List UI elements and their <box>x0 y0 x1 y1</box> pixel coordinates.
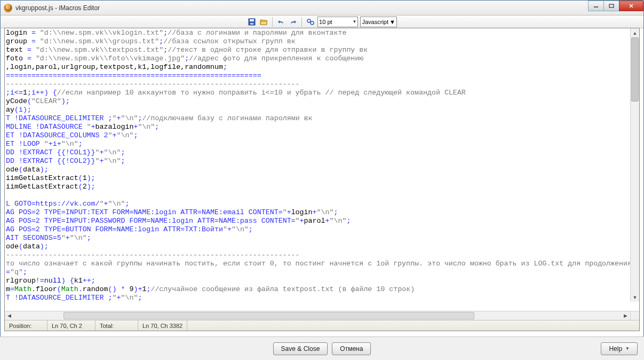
footer: Save & Close Отмена Help ▼ <box>0 336 644 360</box>
position-value: Ln 70, Ch 2 <box>47 320 96 331</box>
separator <box>272 17 273 27</box>
window-controls <box>589 1 643 11</box>
svg-point-8 <box>311 21 314 25</box>
separator <box>301 17 302 27</box>
status-bar: Position: Ln 70, Ch 2 Total: Ln 70, Ch 3… <box>5 320 639 331</box>
total-value: Ln 70, Ch 3382 <box>138 320 187 331</box>
code-scroll-area[interactable]: login = "d:\\new.spm.vk\\vklogin.txt";//… <box>5 28 639 311</box>
app-icon <box>4 4 12 12</box>
window-title: vkgruppost.js - iMacros Editor <box>15 4 100 12</box>
scroll-right-icon[interactable]: ▶ <box>621 311 630 320</box>
redo-icon[interactable] <box>288 17 298 27</box>
total-label: Total: <box>96 320 138 331</box>
undo-icon[interactable] <box>276 17 286 27</box>
scroll-left-icon[interactable]: ◀ <box>5 311 14 320</box>
vertical-scrollbar[interactable]: ▲ ▼ <box>630 28 639 302</box>
help-label: Help <box>609 345 622 353</box>
scroll-up-icon[interactable]: ▲ <box>631 28 639 37</box>
svg-rect-1 <box>609 4 614 7</box>
chevron-down-icon: ▼ <box>625 346 630 351</box>
status-spacer <box>187 320 639 331</box>
horizontal-scrollbar[interactable]: ◀ ▶ <box>5 311 639 320</box>
svg-rect-5 <box>250 19 254 21</box>
open-icon[interactable] <box>259 17 268 27</box>
code-text[interactable]: login = "d:\\new.spm.vk\\vklogin.txt";//… <box>5 28 639 303</box>
help-button[interactable]: Help ▼ <box>601 342 638 355</box>
save-close-button[interactable]: Save & Close <box>273 342 328 355</box>
chevron-down-icon: ▼ <box>389 19 395 25</box>
close-button[interactable] <box>619 1 643 11</box>
scroll-thumb[interactable] <box>63 312 474 319</box>
font-size-select[interactable]: 10 pt ▼ <box>317 17 358 27</box>
scroll-corner <box>630 311 639 320</box>
language-value: Javascript <box>362 19 388 25</box>
find-icon[interactable] <box>306 17 315 27</box>
cancel-button[interactable]: Отмена <box>332 342 371 355</box>
editor-panel: login = "d:\\new.spm.vk\\vklogin.txt";//… <box>4 28 640 331</box>
toolbar: 10 pt ▼ Javascript ▼ <box>1 15 643 28</box>
save-icon[interactable] <box>247 17 257 27</box>
scroll-down-icon[interactable]: ▼ <box>631 293 639 302</box>
scroll-thumb[interactable] <box>631 37 639 101</box>
position-label: Position: <box>5 320 47 331</box>
titlebar[interactable]: vkgruppost.js - iMacros Editor <box>1 1 643 15</box>
font-size-value: 10 pt <box>319 19 332 25</box>
language-select[interactable]: Javascript ▼ <box>360 17 396 27</box>
maximize-button[interactable] <box>603 1 619 11</box>
svg-rect-6 <box>250 23 253 25</box>
chevron-down-icon: ▼ <box>353 19 357 24</box>
minimize-button[interactable] <box>588 1 604 11</box>
